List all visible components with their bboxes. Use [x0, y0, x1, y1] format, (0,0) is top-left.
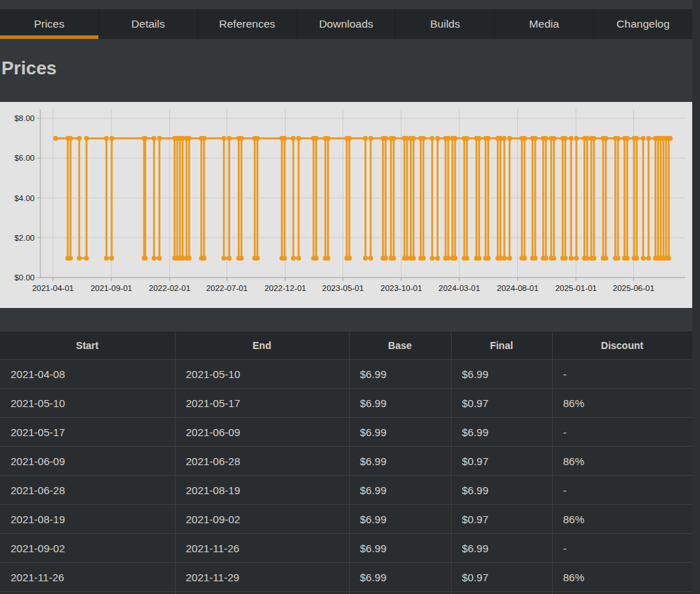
price-chart-canvas[interactable]: $0.00$2.00$4.00$6.00$8.002021-04-012021-…	[0, 102, 692, 308]
svg-text:2024-08-01: 2024-08-01	[497, 284, 539, 292]
table-row: 2021-04-082021-05-10$6.99$6.99-	[0, 360, 692, 389]
app-window: PricesDetailsReferencesDownloadsBuildsMe…	[0, 0, 700, 594]
table-row: 2021-05-172021-06-09$6.99$6.99-	[0, 418, 692, 447]
cell-start: 2021-11-26	[0, 563, 175, 592]
tab-changelog[interactable]: Changelog	[593, 9, 692, 39]
cell-base: $6.99	[349, 389, 451, 418]
cell-end: 2021-06-28	[175, 447, 349, 476]
table-row: 2021-11-262021-11-29$6.99$0.9786%	[0, 563, 692, 592]
table-row: 2021-06-092021-06-28$6.99$0.9786%	[0, 447, 692, 476]
tab-bar: PricesDetailsReferencesDownloadsBuildsMe…	[0, 9, 692, 39]
cell-clipped	[0, 592, 175, 594]
svg-text:2024-03-01: 2024-03-01	[438, 284, 480, 292]
tab-downloads[interactable]: Downloads	[297, 9, 396, 39]
cell-discount: -	[552, 418, 692, 447]
cell-discount: -	[552, 360, 692, 389]
table-header-row: StartEndBaseFinalDiscount	[0, 331, 692, 360]
cell-end: 2021-06-09	[175, 418, 349, 447]
cell-base: $6.99	[349, 534, 451, 563]
cell-start: 2021-08-19	[0, 505, 175, 534]
cell-discount: -	[552, 476, 692, 505]
cell-end: 2021-11-26	[175, 534, 349, 563]
table-row: 2021-08-192021-09-02$6.99$0.9786%	[0, 505, 692, 534]
right-margin-strip	[692, 0, 700, 594]
tab-label: Details	[132, 18, 165, 30]
tab-label: Prices	[34, 18, 64, 30]
svg-text:2021-09-01: 2021-09-01	[91, 284, 132, 292]
cell-base: $6.99	[349, 505, 451, 534]
cell-final: $0.97	[451, 563, 552, 592]
cell-start: 2021-04-08	[0, 360, 175, 389]
cell-final: $0.97	[451, 389, 552, 418]
cell-base: $6.99	[349, 447, 451, 476]
tab-details[interactable]: Details	[98, 9, 197, 39]
cell-clipped	[451, 592, 552, 594]
svg-text:2023-05-01: 2023-05-01	[322, 284, 364, 292]
cell-final: $0.97	[451, 505, 552, 534]
cell-end: 2021-05-10	[175, 360, 349, 389]
cell-clipped	[175, 592, 349, 594]
price-chart-panel: $0.00$2.00$4.00$6.00$8.002021-04-012021-…	[0, 102, 692, 308]
tab-label: Builds	[430, 18, 460, 30]
svg-text:2025-06-01: 2025-06-01	[613, 284, 655, 292]
table-body: 2021-04-082021-05-10$6.99$6.99-2021-05-1…	[0, 360, 692, 594]
column-header-final: Final	[451, 331, 552, 360]
tab-prices[interactable]: Prices	[0, 9, 98, 39]
svg-text:2025-01-01: 2025-01-01	[555, 284, 597, 292]
cell-start: 2021-05-17	[0, 418, 175, 447]
cell-discount: -	[552, 534, 692, 563]
cell-base: $6.99	[349, 563, 451, 592]
cell-start: 2021-06-09	[0, 447, 175, 476]
tab-label: Changelog	[616, 18, 670, 30]
svg-text:2023-10-01: 2023-10-01	[380, 284, 422, 292]
tab-media[interactable]: Media	[494, 9, 593, 39]
tab-builds[interactable]: Builds	[395, 9, 494, 39]
cell-end: 2021-09-02	[175, 505, 349, 534]
cell-start: 2021-06-28	[0, 476, 175, 505]
cell-final: $0.97	[451, 447, 552, 476]
cell-end: 2021-05-17	[175, 389, 349, 418]
cell-base: $6.99	[349, 476, 451, 505]
cell-clipped	[349, 592, 451, 594]
cell-discount: 86%	[552, 447, 692, 476]
cell-discount: 86%	[552, 505, 692, 534]
table-row: 2021-05-102021-05-17$6.99$0.9786%	[0, 389, 692, 418]
svg-text:$8.00: $8.00	[14, 114, 35, 122]
svg-text:2022-07-01: 2022-07-01	[206, 284, 248, 292]
cell-discount: 86%	[552, 563, 692, 592]
cell-final: $6.99	[451, 476, 552, 505]
cell-clipped	[552, 592, 692, 594]
svg-text:$6.00: $6.00	[14, 154, 35, 162]
svg-text:2022-12-01: 2022-12-01	[265, 284, 306, 292]
svg-text:2022-02-01: 2022-02-01	[149, 284, 190, 292]
top-strip	[0, 0, 692, 9]
svg-text:$2.00: $2.00	[14, 234, 35, 242]
cell-start: 2021-09-02	[0, 534, 175, 563]
cell-final: $6.99	[451, 360, 552, 389]
cell-final: $6.99	[451, 534, 552, 563]
svg-text:$4.00: $4.00	[14, 194, 35, 202]
column-header-base: Base	[349, 331, 451, 360]
heading-area: Prices	[0, 39, 692, 102]
cell-end: 2021-08-19	[175, 476, 349, 505]
column-header-start: Start	[0, 331, 175, 360]
cell-end: 2021-11-29	[175, 563, 349, 592]
table-row-clipped	[0, 592, 692, 594]
cell-start: 2021-05-10	[0, 389, 175, 418]
tab-label: Media	[529, 18, 559, 30]
column-header-discount: Discount	[552, 331, 692, 360]
cell-final: $6.99	[451, 418, 552, 447]
svg-text:$0.00: $0.00	[14, 273, 35, 282]
cell-base: $6.99	[349, 418, 451, 447]
svg-text:2021-04-01: 2021-04-01	[32, 284, 74, 292]
tab-label: References	[219, 18, 275, 30]
cell-discount: 86%	[552, 389, 692, 418]
tab-references[interactable]: References	[197, 9, 297, 39]
price-history-table: StartEndBaseFinalDiscount 2021-04-082021…	[0, 331, 693, 594]
page-title: Prices	[1, 57, 692, 79]
cell-base: $6.99	[349, 360, 451, 389]
spacer	[0, 308, 692, 331]
column-header-end: End	[175, 331, 349, 360]
tab-label: Downloads	[319, 18, 374, 30]
table-row: 2021-06-282021-08-19$6.99$6.99-	[0, 476, 692, 505]
